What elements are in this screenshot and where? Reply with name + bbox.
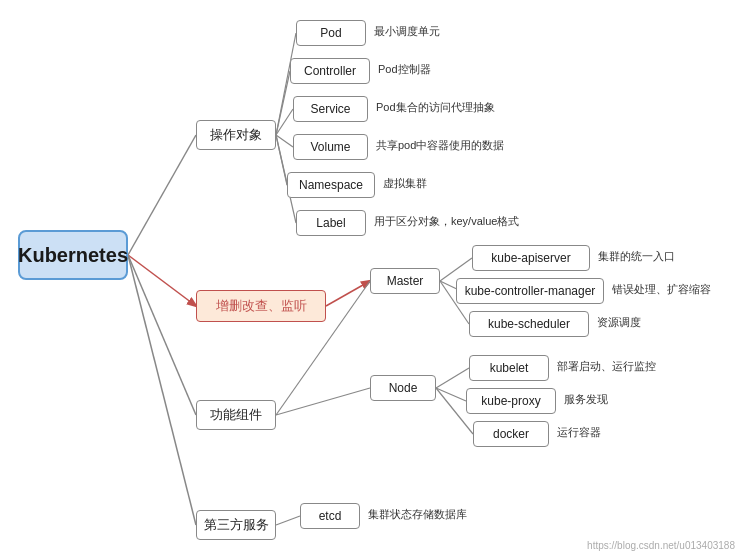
disan-node: 第三方服务: [196, 510, 276, 540]
docker-node: docker: [473, 421, 549, 447]
controller-label: Controller: [304, 64, 356, 78]
docker-label: docker: [493, 427, 529, 441]
gongneng-node: 功能组件: [196, 400, 276, 430]
caozuo-node: 操作对象: [196, 120, 276, 150]
controller-mgr-desc: 错误处理、扩容缩容: [612, 282, 711, 297]
etcd-node: etcd: [300, 503, 360, 529]
svg-line-12: [276, 388, 370, 415]
svg-line-0: [128, 135, 196, 255]
kube-scheduler-node: kube-scheduler: [469, 311, 589, 337]
kube-scheduler-label: kube-scheduler: [488, 317, 570, 331]
service-node: Service: [293, 96, 368, 122]
volume-label: Volume: [310, 140, 350, 154]
svg-line-19: [276, 516, 300, 525]
diagram: Kubernetes 操作对象 增删改查、监听 功能组件 第三方服务 Pod 最…: [0, 0, 743, 559]
svg-line-1: [128, 255, 196, 306]
label-node: Label: [296, 210, 366, 236]
svg-line-16: [436, 368, 469, 388]
node-label-text: Node: [389, 381, 418, 395]
etcd-desc: 集群状态存储数据库: [368, 507, 467, 522]
node-node: Node: [370, 375, 436, 401]
kubelet-label: kubelet: [490, 361, 529, 375]
namespace-node: Namespace: [287, 172, 375, 198]
volume-desc: 共享pod中容器使用的数据: [376, 138, 504, 153]
watermark: https://blog.csdn.net/u013403188: [587, 540, 735, 551]
label-label: Label: [316, 216, 345, 230]
svg-line-6: [276, 109, 293, 135]
caozuo-label: 操作对象: [210, 126, 262, 144]
pod-desc: 最小调度单元: [374, 24, 440, 39]
kube-controller-label: kube-controller-manager: [465, 284, 596, 298]
kube-apiserver-node: kube-apiserver: [472, 245, 590, 271]
svg-line-10: [326, 281, 370, 306]
svg-line-17: [436, 388, 466, 401]
gongneng-label: 功能组件: [210, 406, 262, 424]
namespace-desc: 虚拟集群: [383, 176, 427, 191]
kubelet-desc: 部署启动、运行监控: [557, 359, 656, 374]
etcd-label: etcd: [319, 509, 342, 523]
apiserver-desc: 集群的统一入口: [598, 249, 675, 264]
svg-line-3: [128, 255, 196, 525]
kubelet-node: kubelet: [469, 355, 549, 381]
kube-proxy-label: kube-proxy: [481, 394, 540, 408]
service-desc: Pod集合的访问代理抽象: [376, 100, 495, 115]
zengshanggaizha-node: 增删改查、监听: [196, 290, 326, 322]
docker-desc: 运行容器: [557, 425, 601, 440]
kubernetes-node: Kubernetes: [18, 230, 128, 280]
namespace-label: Namespace: [299, 178, 363, 192]
pod-label: Pod: [320, 26, 341, 40]
volume-node: Volume: [293, 134, 368, 160]
disan-label: 第三方服务: [204, 516, 269, 534]
controller-node: Controller: [290, 58, 370, 84]
svg-line-8: [276, 135, 287, 185]
master-node: Master: [370, 268, 440, 294]
svg-line-5: [276, 71, 290, 135]
kube-proxy-node: kube-proxy: [466, 388, 556, 414]
proxy-desc: 服务发现: [564, 392, 608, 407]
scheduler-desc: 资源调度: [597, 315, 641, 330]
service-label: Service: [310, 102, 350, 116]
kubernetes-label: Kubernetes: [18, 244, 128, 267]
label-desc: 用于区分对象，key/value格式: [374, 214, 519, 229]
master-label: Master: [387, 274, 424, 288]
zengshanggaizha-label: 增删改查、监听: [216, 297, 307, 315]
svg-line-2: [128, 255, 196, 415]
kube-apiserver-label: kube-apiserver: [491, 251, 570, 265]
pod-node: Pod: [296, 20, 366, 46]
controller-desc: Pod控制器: [378, 62, 431, 77]
svg-line-7: [276, 135, 293, 147]
kube-controller-manager-node: kube-controller-manager: [456, 278, 604, 304]
